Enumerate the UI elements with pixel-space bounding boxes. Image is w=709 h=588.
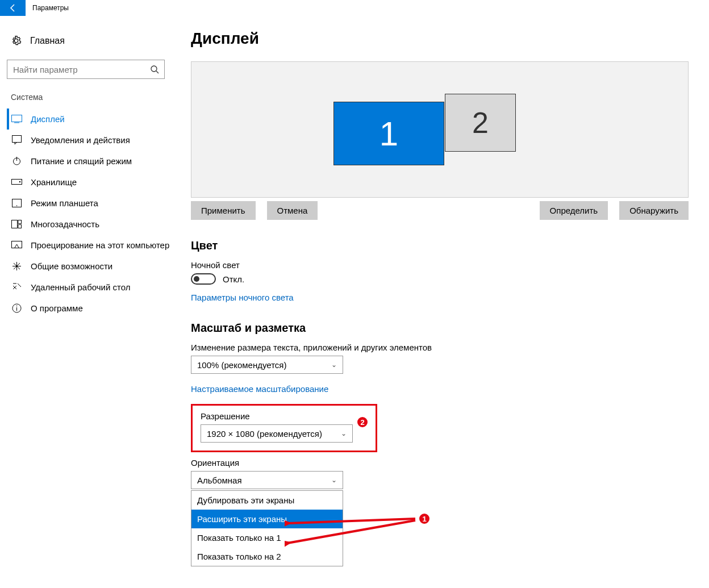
info-icon — [11, 303, 22, 313]
sidebar-item-label: Общие возможности — [31, 261, 112, 271]
scale-label: Изменение размера текста, приложений и д… — [191, 343, 689, 352]
resolution-label: Разрешение — [201, 411, 368, 421]
chevron-down-icon: ⌄ — [331, 361, 337, 369]
svg-rect-2 — [11, 115, 22, 122]
search-input[interactable] — [7, 65, 145, 74]
scale-heading: Масштаб и разметка — [191, 322, 689, 335]
option-extend[interactable]: Расширить эти экраны — [191, 510, 343, 528]
option-duplicate[interactable]: Дублировать эти экраны — [191, 491, 343, 510]
window-title: Параметры — [26, 4, 69, 12]
scale-dropdown[interactable]: 100% (рекомендуется) ⌄ — [191, 356, 343, 374]
sidebar: Главная Система Дисплей Уведомления и де… — [0, 16, 170, 588]
sidebar-item-label: Режим планшета — [31, 198, 98, 208]
page-title: Дисплей — [191, 30, 689, 48]
detect-button[interactable]: Обнаружить — [619, 201, 689, 220]
identify-button[interactable]: Определить — [540, 201, 608, 220]
sidebar-item-remote[interactable]: Удаленный рабочий стол — [7, 277, 170, 298]
toggle-state: Откл. — [223, 274, 244, 284]
display-box-1[interactable]: 1 — [333, 102, 444, 165]
svg-point-17 — [16, 306, 17, 307]
night-light-toggle[interactable] — [191, 273, 216, 285]
orientation-label: Ориентация — [191, 458, 689, 468]
storage-icon — [11, 179, 22, 186]
sidebar-item-projecting[interactable]: Проецирование на этот компьютер — [7, 235, 170, 256]
search-icon — [145, 65, 164, 74]
svg-rect-11 — [12, 220, 18, 228]
sidebar-item-about[interactable]: О программе — [7, 298, 170, 319]
monitor-icon — [11, 115, 22, 123]
sidebar-item-power[interactable]: Питание и спящий режим — [7, 151, 170, 172]
resolution-value: 1920 × 1080 (рекомендуется) — [207, 429, 322, 439]
resolution-dropdown[interactable]: 1920 × 1080 (рекомендуется) ⌄ — [201, 424, 353, 443]
svg-rect-13 — [18, 225, 22, 228]
option-show-only-2[interactable]: Показать только на 2 — [191, 547, 343, 566]
svg-line-1 — [156, 71, 159, 73]
svg-rect-4 — [12, 136, 21, 143]
home-label: Главная — [30, 36, 65, 46]
annotation-box-2: 2 Разрешение 1920 × 1080 (рекомендуется)… — [191, 404, 377, 452]
main-content: Дисплей 1 2 Применить Отмена Определить … — [170, 16, 709, 588]
sidebar-item-label: Уведомления и действия — [31, 135, 130, 145]
cancel-button[interactable]: Отмена — [267, 201, 318, 220]
orientation-dropdown[interactable]: Альбомная ⌄ — [191, 471, 343, 489]
gear-icon — [11, 35, 22, 46]
scale-value: 100% (рекомендуется) — [197, 360, 286, 370]
custom-scaling-link[interactable]: Настраиваемое масштабирование — [191, 384, 689, 394]
sidebar-item-storage[interactable]: Хранилище — [7, 172, 170, 193]
notification-icon — [11, 135, 22, 145]
sidebar-item-tablet[interactable]: Режим планшета — [7, 193, 170, 214]
sidebar-item-notifications[interactable]: Уведомления и действия — [7, 130, 170, 151]
chevron-down-icon: ⌄ — [331, 476, 337, 484]
sidebar-item-label: Проецирование на этот компьютер — [31, 240, 169, 250]
multi-display-listbox[interactable]: Дублировать эти экраны Расширить эти экр… — [191, 490, 343, 566]
back-button[interactable] — [0, 0, 26, 16]
sidebar-item-label: Удаленный рабочий стол — [31, 282, 130, 292]
sidebar-item-multitask[interactable]: Многозадачность — [7, 214, 170, 235]
remote-icon — [11, 282, 22, 292]
sidebar-item-label: Дисплей — [31, 114, 65, 124]
sidebar-item-label: Питание и спящий режим — [31, 156, 132, 166]
sidebar-group-label: Система — [7, 89, 170, 109]
svg-point-10 — [16, 205, 17, 206]
display-arrangement[interactable]: 1 2 — [191, 61, 689, 198]
power-icon — [11, 156, 22, 166]
tablet-icon — [11, 199, 22, 207]
shared-icon — [11, 261, 22, 271]
display-box-2[interactable]: 2 — [445, 94, 516, 152]
search-input-container[interactable] — [7, 60, 165, 79]
apply-button[interactable]: Применить — [191, 201, 256, 220]
sidebar-item-shared[interactable]: Общие возможности — [7, 256, 170, 277]
annotation-badge-1: 1 — [418, 512, 431, 525]
color-heading: Цвет — [191, 239, 689, 252]
sidebar-item-label: Хранилище — [31, 177, 77, 187]
svg-point-0 — [151, 66, 157, 72]
projecting-icon — [11, 241, 22, 249]
option-show-only-1[interactable]: Показать только на 1 — [191, 528, 343, 547]
orientation-value: Альбомная — [197, 476, 242, 485]
sidebar-item-display[interactable]: Дисплей — [7, 109, 170, 130]
night-light-settings-link[interactable]: Параметры ночного света — [191, 293, 689, 302]
home-link[interactable]: Главная — [7, 23, 170, 54]
svg-point-8 — [19, 181, 20, 182]
multitask-icon — [11, 220, 22, 228]
chevron-down-icon: ⌄ — [341, 429, 347, 437]
annotation-badge-2: 2 — [356, 416, 369, 428]
svg-rect-12 — [18, 220, 22, 224]
sidebar-item-label: О программе — [31, 303, 83, 313]
sidebar-item-label: Многозадачность — [31, 219, 99, 229]
night-light-label: Ночной свет — [191, 260, 689, 270]
